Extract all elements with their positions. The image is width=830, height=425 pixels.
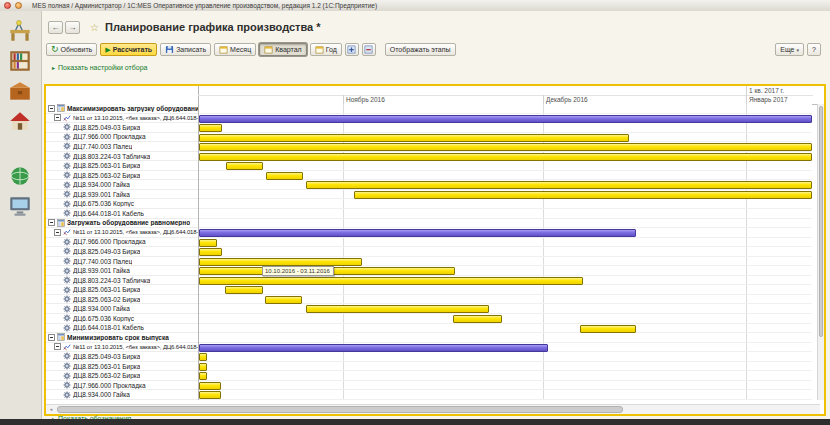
task-bar[interactable] [199, 258, 362, 266]
tree-leaf-row[interactable]: ДЦ6.675.036 Корпус [46, 314, 198, 324]
expander-icon[interactable] [48, 105, 55, 112]
tree-leaf-row[interactable]: ДЦ8.934.000 Гайка [46, 390, 198, 400]
tree-leaf-row[interactable]: ДЦ6.644.018-01 Кабель [46, 209, 198, 219]
header-divider [198, 95, 813, 96]
task-bar[interactable] [199, 391, 221, 399]
tree-leaf-row[interactable]: ДЦ7.966.000 Прокладка [46, 238, 198, 248]
tree-group-row[interactable]: Минимизировать срок выпуска [46, 333, 198, 343]
year-scale-button[interactable]: Год [310, 43, 342, 56]
task-bar[interactable] [199, 363, 207, 371]
tree-leaf-row[interactable]: ДЦ8.803.224-03 Табличка [46, 152, 198, 162]
gantt-header: 1 кв. 2017 г.Ноябрь 2016Декабрь 2016Янва… [46, 86, 820, 105]
more-button[interactable]: Еще ▾ [775, 43, 804, 56]
row-label: ДЦ7.966.000 Прокладка [73, 238, 146, 245]
task-bar[interactable] [306, 181, 812, 189]
tree-leaf-row[interactable]: ДЦ8.825.049-03 Бирка [46, 247, 198, 257]
scale-increase-button[interactable] [345, 43, 359, 56]
row-label: ДЦ7.740.003 Палец [73, 143, 132, 150]
task-bar[interactable] [453, 315, 502, 323]
tree-order-row[interactable]: №11 от 13.10.2015, <без заказа>, ДЦ6.644… [46, 228, 198, 238]
scroll-left-arrow-icon[interactable]: ◂ [47, 406, 55, 413]
expander-icon[interactable] [54, 343, 61, 350]
tree-leaf-row[interactable]: ДЦ8.825.049-03 Бирка [46, 123, 198, 133]
task-bar[interactable] [306, 305, 489, 313]
task-bar[interactable] [199, 239, 217, 247]
task-bar[interactable] [199, 153, 812, 161]
vertical-scrollbar-thumb[interactable] [819, 106, 823, 337]
order-bar[interactable] [199, 344, 548, 352]
chart-row [199, 371, 812, 381]
tree-leaf-row[interactable]: ДЦ8.825.049-03 Бирка [46, 352, 198, 362]
expander-icon[interactable] [54, 114, 61, 121]
tree-leaf-row[interactable]: ДЦ8.939.001 Гайка [46, 266, 198, 276]
forward-button[interactable]: → [65, 21, 80, 34]
tree-leaf-row[interactable]: ДЦ8.803.224-03 Табличка [46, 276, 198, 286]
tree-group-row[interactable]: Максимизировать загрузку оборудования [46, 104, 198, 114]
task-bar[interactable] [199, 277, 583, 285]
vertical-scrollbar[interactable] [817, 104, 824, 400]
horizontal-scrollbar[interactable]: ◂ [46, 404, 820, 414]
filter-settings-link[interactable]: ▸ Показать настройки отбора [52, 64, 147, 71]
favorite-star-icon[interactable]: ☆ [90, 22, 99, 33]
tree-leaf-row[interactable]: ДЦ7.740.003 Палец [46, 142, 198, 152]
task-bar[interactable] [199, 143, 812, 151]
tree-leaf-row[interactable]: ДЦ8.934.000 Гайка [46, 304, 198, 314]
task-bar[interactable] [199, 382, 221, 390]
save-label: Записать [176, 46, 206, 53]
task-bar[interactable] [226, 162, 263, 170]
gear-icon [63, 123, 71, 131]
task-bar[interactable] [354, 191, 812, 199]
quarter-scale-button[interactable]: Квартал [259, 43, 306, 56]
row-label: ДЦ8.825.049-03 Бирка [73, 124, 140, 131]
task-bar[interactable] [199, 134, 629, 142]
task-bar[interactable] [225, 286, 263, 294]
chart-row [199, 142, 812, 152]
gantt-chart: 10.10.2016 - 03.11.2016 [199, 104, 812, 400]
bookshelf-icon[interactable] [4, 48, 36, 74]
task-bar[interactable] [265, 296, 302, 304]
tree-order-row[interactable]: №11 от 13.10.2015, <без заказа>, ДЦ6.644… [46, 343, 198, 353]
house-icon[interactable] [4, 108, 36, 134]
tree-leaf-row[interactable]: ДЦ8.934.000 Гайка [46, 180, 198, 190]
tree-leaf-row[interactable]: ДЦ8.825.063-02 Бирка [46, 171, 198, 181]
show-stages-button[interactable]: Отображать этапы [385, 43, 456, 56]
scale-decrease-button[interactable] [362, 43, 376, 56]
task-bar[interactable] [199, 124, 222, 132]
expander-icon[interactable] [54, 229, 61, 236]
task-bar[interactable] [266, 172, 303, 180]
box-icon[interactable] [4, 78, 36, 104]
window-close-button[interactable] [4, 2, 11, 9]
tree-leaf-row[interactable]: ДЦ7.966.000 Прокладка [46, 381, 198, 391]
refresh-button[interactable]: ↻ Обновить [46, 43, 97, 56]
back-button[interactable]: ← [48, 21, 63, 34]
horizontal-scrollbar-thumb[interactable] [57, 406, 623, 413]
order-bar[interactable] [199, 115, 812, 123]
tree-leaf-row[interactable]: ДЦ8.825.063-01 Бирка [46, 362, 198, 372]
expander-icon[interactable] [48, 334, 55, 341]
tree-leaf-row[interactable]: ДЦ8.825.063-01 Бирка [46, 285, 198, 295]
month-scale-button[interactable]: Месяц [214, 43, 256, 56]
tree-leaf-row[interactable]: ДЦ8.825.063-01 Бирка [46, 161, 198, 171]
task-bar[interactable] [580, 325, 636, 333]
task-bar[interactable] [199, 372, 207, 380]
window-minimize-button[interactable] [15, 2, 22, 9]
tree-leaf-row[interactable]: ДЦ7.966.000 Прокладка [46, 133, 198, 143]
calculate-button[interactable]: ▶ Рассчитать [100, 43, 157, 56]
tree-group-row[interactable]: Загружать оборудование равномерно [46, 219, 198, 229]
task-bar[interactable] [199, 353, 207, 361]
tree-leaf-row[interactable]: ДЦ8.939.001 Гайка [46, 190, 198, 200]
tree-leaf-row[interactable]: ДЦ6.675.036 Корпус [46, 199, 198, 209]
desk-icon[interactable] [4, 18, 36, 44]
tree-leaf-row[interactable]: ДЦ8.825.063-02 Бирка [46, 371, 198, 381]
order-bar[interactable] [199, 229, 636, 237]
help-button[interactable]: ? [807, 43, 821, 56]
monitor-icon[interactable] [4, 193, 36, 219]
save-button[interactable]: Записать [160, 43, 211, 56]
task-bar[interactable] [199, 248, 222, 256]
tree-order-row[interactable]: №11 от 13.10.2015, <без заказа>, ДЦ6.644… [46, 114, 198, 124]
globe-icon[interactable] [4, 163, 36, 189]
tree-leaf-row[interactable]: ДЦ7.740.003 Палец [46, 257, 198, 267]
tree-leaf-row[interactable]: ДЦ8.825.063-02 Бирка [46, 295, 198, 305]
tree-leaf-row[interactable]: ДЦ6.644.018-01 Кабель [46, 324, 198, 334]
expander-icon[interactable] [48, 219, 55, 226]
